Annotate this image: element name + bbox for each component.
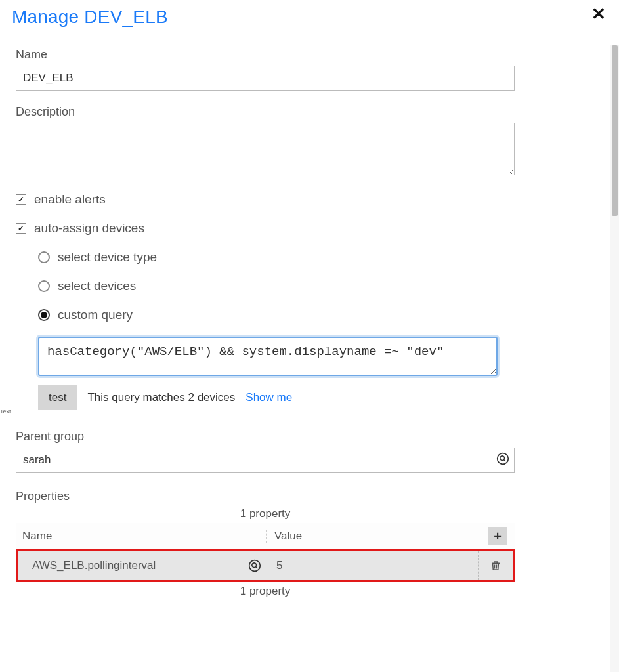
properties-count-top: 1 property: [16, 507, 515, 520]
custom-query-block: hasCategory("AWS/ELB") && system.display…: [38, 337, 603, 379]
property-name-cell: AWS_ELB.pollinginterval: [18, 551, 268, 580]
highlighted-property-row: AWS_ELB.pollinginterval 5: [16, 549, 515, 582]
parent-group-label: Parent group: [16, 430, 603, 444]
show-me-link[interactable]: Show me: [245, 391, 292, 404]
properties-col-value: Value: [267, 530, 480, 543]
name-field: Name: [16, 48, 603, 91]
table-row: AWS_ELB.pollinginterval 5: [18, 551, 513, 580]
description-label: Description: [16, 105, 603, 119]
close-icon[interactable]: ✕: [591, 5, 606, 22]
parent-group-search-icon[interactable]: [496, 452, 509, 468]
svg-point-4: [252, 563, 257, 568]
test-button[interactable]: test: [38, 385, 77, 410]
svg-point-0: [498, 453, 509, 465]
modal-header: Manage DEV_ELB ✕: [0, 0, 619, 37]
properties-table: Name Value + AWS_ELB.pollinginterval: [16, 523, 515, 582]
trash-icon[interactable]: [490, 560, 502, 572]
modal-title: Manage DEV_ELB: [12, 7, 168, 28]
plus-icon: +: [494, 529, 502, 543]
property-name-input[interactable]: AWS_ELB.pollinginterval: [32, 558, 248, 574]
auto-assign-row[interactable]: auto-assign devices: [16, 221, 603, 236]
radio-custom-query[interactable]: [38, 309, 50, 321]
enable-alerts-checkbox[interactable]: [16, 194, 26, 205]
description-textarea[interactable]: [16, 123, 515, 175]
property-action-cell: [479, 551, 513, 580]
svg-point-1: [500, 456, 505, 461]
query-test-row: test This query matches 2 devices Show m…: [38, 385, 603, 410]
properties-col-name: Name: [16, 530, 267, 543]
auto-assign-label: auto-assign devices: [34, 221, 144, 236]
properties-label: Properties: [16, 490, 603, 503]
radio-devices[interactable]: [38, 280, 50, 292]
enable-alerts-row[interactable]: enable alerts: [16, 192, 603, 207]
properties-section: Properties 1 property Name Value + AWS_E…: [16, 490, 603, 598]
properties-header-row: Name Value +: [16, 523, 515, 549]
properties-col-action: +: [480, 527, 515, 545]
radio-custom-query-row[interactable]: custom query: [38, 308, 603, 322]
svg-point-3: [249, 560, 261, 572]
svg-line-2: [504, 460, 506, 462]
radio-device-type[interactable]: [38, 251, 50, 263]
radio-device-type-label: select device type: [58, 250, 157, 264]
radio-device-type-row[interactable]: select device type: [38, 250, 603, 264]
svg-line-5: [256, 567, 258, 569]
parent-group-field: Parent group: [16, 430, 603, 472]
name-label: Name: [16, 48, 603, 62]
property-value-input[interactable]: 5: [276, 558, 470, 574]
modal-body: Name Description enable alerts auto-assi…: [0, 37, 619, 667]
parent-group-input[interactable]: [16, 448, 515, 472]
properties-count-bottom: 1 property: [16, 585, 515, 598]
description-field: Description: [16, 105, 603, 178]
enable-alerts-label: enable alerts: [34, 192, 106, 207]
radio-custom-query-label: custom query: [58, 308, 133, 322]
property-search-icon[interactable]: [248, 559, 261, 572]
auto-assign-checkbox[interactable]: [16, 223, 26, 234]
assign-method-radio-group: select device type select devices custom…: [38, 250, 603, 322]
query-result-text: This query matches 2 devices: [87, 391, 235, 404]
custom-query-textarea[interactable]: hasCategory("AWS/ELB") && system.display…: [38, 337, 498, 376]
name-input[interactable]: [16, 66, 515, 91]
property-value-cell: 5: [268, 551, 479, 580]
radio-devices-label: select devices: [58, 279, 136, 293]
add-property-button[interactable]: +: [488, 527, 507, 545]
radio-devices-row[interactable]: select devices: [38, 279, 603, 293]
